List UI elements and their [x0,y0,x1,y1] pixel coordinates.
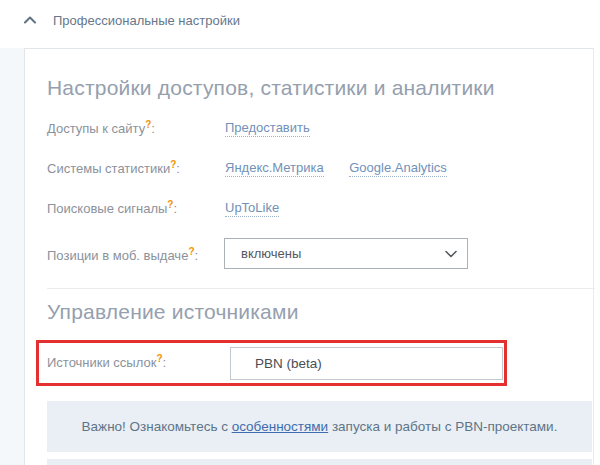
label-search-signals: Поисковые сигналы?: [47,199,177,216]
label-link-sources: Источники ссылок?: [47,353,166,370]
pbn-features-link[interactable]: особенностями [232,419,329,434]
google-analytics-link[interactable]: Google.Analytics [349,160,447,177]
heading-access-statistics: Настройки доступов, статистики и аналити… [47,76,495,100]
label-mobile-positions: Позиции в моб. выдаче?: [47,246,198,263]
section-header-professional-settings[interactable]: Профессиональные настройки [24,10,240,30]
label-site-access: Доступы к сайту?: [47,119,155,136]
yandex-metrika-link[interactable]: Яндекс.Метрика [225,160,324,177]
value-search-signals: UpToLike [225,198,279,216]
grant-access-link[interactable]: Предоставить [225,120,310,137]
mobile-positions-select[interactable]: включены [224,238,468,269]
mobile-positions-select-value: включены [241,239,301,268]
link-sources-input[interactable] [230,347,503,380]
chevron-down-icon [445,250,457,258]
value-site-access: Предоставить [225,118,310,136]
section-divider [47,288,595,289]
next-section-edge [47,459,592,465]
left-gutter [0,48,24,465]
chevron-up-icon[interactable] [24,16,36,24]
pbn-notice: Важно! Ознакомьтесь с особенностями запу… [47,401,592,452]
value-statistics-systems: Яндекс.Метрика Google.Analytics [225,158,447,176]
section-header-label: Профессиональные настройки [53,13,240,28]
label-statistics-systems: Системы статистики?: [47,159,180,176]
professional-settings-page: Профессиональные настройки Настройки дос… [0,0,600,465]
heading-source-management: Управление источниками [47,300,299,324]
uptolike-link[interactable]: UpToLike [225,200,279,217]
